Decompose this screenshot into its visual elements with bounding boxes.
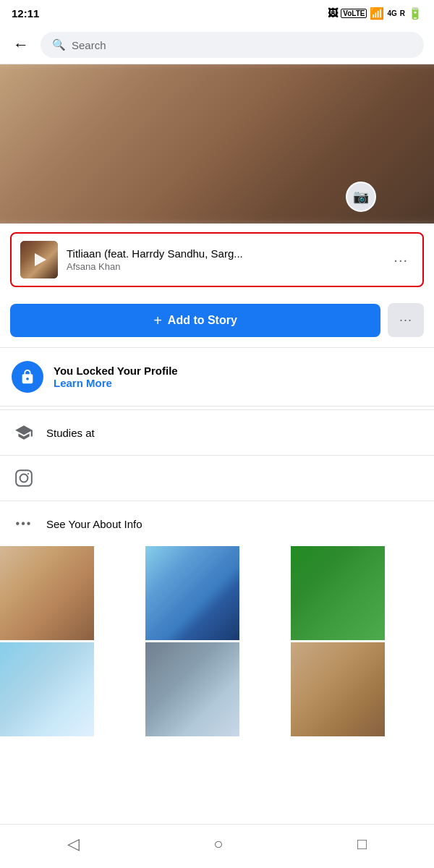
studies-text: Studies at (46, 427, 95, 439)
image-indicator: 🖼 (328, 7, 338, 19)
music-thumbnail (20, 241, 58, 278)
bottom-nav: ◁ ○ □ (0, 824, 434, 868)
search-placeholder: Search (72, 39, 106, 51)
divider-2 (0, 406, 434, 407)
lock-text: You Locked Your Profile Learn More (54, 365, 422, 389)
svg-point-2 (27, 473, 29, 475)
music-card: Titliaan (feat. Harrdy Sandhu, Sarg... A… (10, 232, 424, 287)
photo-4[interactable] (0, 642, 94, 736)
studies-row[interactable]: Studies at (0, 409, 434, 455)
about-dots-icon: ••• (12, 511, 36, 536)
status-time: 12:11 (12, 7, 39, 20)
profile-lock-section: You Locked Your Profile Learn More (0, 351, 434, 403)
about-info-text: See Your About Info (46, 518, 142, 530)
music-more-button[interactable]: ··· (388, 249, 414, 271)
graduation-icon (12, 420, 36, 445)
photo-6[interactable] (291, 642, 385, 736)
lock-icon-circle (12, 361, 43, 393)
lock-icon (20, 369, 35, 385)
volte-indicator: VoLTE (341, 9, 367, 18)
search-icon: 🔍 (52, 38, 66, 51)
network-4g: 4G (387, 9, 396, 17)
learn-more-link[interactable]: Learn More (54, 377, 422, 389)
battery-icon: 🔋 (408, 7, 422, 20)
camera-button[interactable]: 📷 (346, 182, 376, 212)
lock-title: You Locked Your Profile (54, 365, 422, 377)
plus-icon: + (153, 313, 162, 328)
status-icons: 🖼 VoLTE 📶 4G R 🔋 (328, 7, 422, 20)
photo-5[interactable] (145, 642, 239, 736)
play-icon (35, 253, 46, 266)
music-title: Titliaan (feat. Harrdy Sandhu, Sarg... (67, 247, 379, 260)
roaming-r: R (400, 9, 405, 17)
top-nav: ← 🔍 Search (0, 26, 434, 64)
add-to-story-button[interactable]: + Add to Story (10, 304, 380, 337)
svg-point-1 (20, 475, 28, 482)
search-bar[interactable]: 🔍 Search (41, 32, 424, 58)
add-story-label: Add to Story (168, 314, 237, 327)
more-dots-icon: ··· (399, 312, 412, 328)
photo-2[interactable] (145, 546, 239, 640)
instagram-icon (12, 466, 36, 490)
about-info-row[interactable]: ••• See Your About Info (0, 501, 434, 546)
nav-home-button[interactable]: ○ (199, 832, 237, 856)
divider-1 (0, 347, 434, 348)
photo-3[interactable] (291, 546, 385, 640)
music-info: Titliaan (feat. Harrdy Sandhu, Sarg... A… (67, 247, 379, 272)
camera-icon: 📷 (353, 189, 369, 205)
svg-rect-0 (16, 470, 32, 486)
status-bar: 12:11 🖼 VoLTE 📶 4G R 🔋 (0, 0, 434, 26)
story-section: + Add to Story ··· (0, 296, 434, 344)
photo-grid (0, 546, 434, 736)
photo-1[interactable] (0, 546, 94, 640)
instagram-row[interactable] (0, 455, 434, 501)
back-button[interactable]: ← (10, 33, 32, 57)
story-more-button[interactable]: ··· (388, 303, 424, 337)
nav-back-button[interactable]: ◁ (53, 832, 94, 856)
music-artist: Afsana Khan (67, 261, 379, 272)
profile-cover-area: 📷 (0, 64, 434, 224)
signal-icon: 📶 (370, 7, 384, 20)
nav-recents-button[interactable]: □ (343, 832, 381, 856)
